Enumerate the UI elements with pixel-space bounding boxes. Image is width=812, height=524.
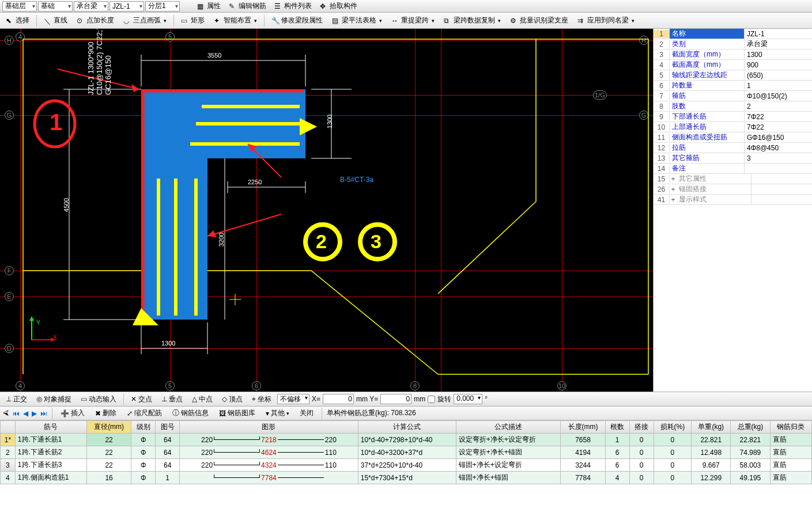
col-head[interactable]: 直径(mm)	[86, 421, 131, 434]
rot-check[interactable]	[428, 396, 435, 403]
prop-row[interactable]: 14备注	[654, 164, 812, 174]
col-head[interactable]: 级别	[131, 421, 156, 434]
rot-dd[interactable]: 0.000	[454, 394, 482, 404]
btn-smart[interactable]: ✦智能布置▾	[210, 15, 260, 26]
col-head[interactable]: 图形	[180, 421, 358, 434]
prop-row[interactable]: 6跨数量1	[654, 81, 812, 91]
col-head[interactable]: 损耗(%)	[654, 421, 692, 434]
table-row[interactable]: 31跨.下通长筋322Φ64220432411037*d+2250+10*d-4…	[1, 459, 812, 472]
table-row[interactable]: 41跨.侧面构造筋116Φ1778415*d+7304+15*d锚固+净长+锚固…	[1, 472, 812, 484]
respan-icon: ↔	[391, 17, 399, 25]
prop-row[interactable]: 11侧面构造或受扭筋GΦ16@150	[654, 132, 812, 143]
delete-icon: ✖	[95, 409, 101, 417]
sb-apex[interactable]: ◇顶点	[218, 393, 246, 405]
insert-icon: ➕	[61, 409, 69, 417]
btn-batch-support[interactable]: ⚙批量识别梁支座	[507, 15, 572, 26]
btn-mod-seg[interactable]: 🔧修改梁段属性	[268, 15, 326, 26]
prop-row[interactable]: 2类别承台梁	[654, 39, 812, 50]
sb-offset[interactable]: 不偏移	[277, 394, 309, 404]
btn-info[interactable]: ⓘ钢筋信息	[169, 408, 212, 419]
rect-icon: ▭	[181, 17, 189, 25]
arc-icon: ◡	[123, 17, 131, 25]
expand-icon[interactable]: ⮘	[2, 409, 9, 417]
prev-icon[interactable]: ◀	[23, 409, 28, 417]
dd-member[interactable]: JZL-1	[109, 1, 144, 12]
rot-label: 旋转	[437, 394, 451, 404]
col-head[interactable]: 图号	[156, 421, 180, 434]
prop-row[interactable]: 41+显示样式	[654, 195, 812, 205]
prop-row[interactable]: 10上部通长筋7Φ22	[654, 122, 812, 132]
col-head[interactable]	[1, 421, 16, 434]
x-input[interactable]	[323, 394, 354, 404]
btn-delete[interactable]: ✖删除	[92, 408, 120, 419]
drawing-canvas[interactable]: H H G G 1/G F E D 4 4 5 5 6 8 10	[0, 29, 653, 392]
btn-respan[interactable]: ↔重提梁跨▾	[388, 15, 438, 26]
col-head[interactable]: 计算公式	[358, 421, 456, 434]
col-head[interactable]: 筋号	[15, 421, 86, 434]
btn-span-copy[interactable]: ⧉梁跨数据复制▾	[440, 15, 504, 26]
ct-label: B-5#CT-3a	[340, 176, 373, 184]
sb-dyn[interactable]: ▭动态输入	[77, 393, 120, 405]
prop-row[interactable]: 26+锚固搭接	[654, 184, 812, 195]
sb-cross[interactable]: ✕交点	[127, 393, 156, 405]
btn-ping-table[interactable]: ▤梁平法表格▾	[328, 15, 386, 26]
play-icon[interactable]: ▶	[32, 409, 37, 417]
prop-row[interactable]: 4截面高度（mm）900	[654, 60, 812, 70]
prop-row[interactable]: 9下部通长筋7Φ22	[654, 112, 812, 122]
btn-other[interactable]: ▾其他▾	[262, 408, 293, 419]
dd-type[interactable]: 承台梁	[74, 1, 108, 12]
tab-member-list[interactable]: ☰构件列表	[271, 1, 315, 12]
btn-insert[interactable]: ➕插入	[57, 408, 88, 419]
tab-props[interactable]: ▦属性	[194, 1, 224, 12]
list-icon: ☰	[274, 2, 282, 10]
col-head[interactable]: 根数	[605, 421, 629, 434]
col-head[interactable]: 搭接	[629, 421, 654, 434]
btn-3pt-arc[interactable]: ◡三点画弧▾	[120, 15, 170, 26]
prop-row[interactable]: 1名称JZL-1	[654, 29, 812, 39]
sb-mid[interactable]: △中点	[188, 393, 216, 405]
btn-select[interactable]: ⬉选择	[2, 15, 33, 26]
col-head[interactable]: 总重(kg)	[731, 421, 770, 434]
prop-row[interactable]: 7箍筋Φ10@150(2)	[654, 91, 812, 101]
btn-close[interactable]: 关闭	[296, 408, 317, 419]
col-head[interactable]: 长度(mm)	[561, 421, 605, 434]
sb-coord[interactable]: ⌖坐标	[248, 393, 275, 405]
prop-row[interactable]: 3截面宽度（mm）1300	[654, 50, 812, 60]
btn-apply-same[interactable]: ⇉应用到同名梁▾	[574, 15, 638, 26]
col-head[interactable]: 单重(kg)	[692, 421, 731, 434]
btn-gallery[interactable]: 🖼钢筋图库	[216, 408, 259, 419]
prop-row[interactable]: 13其它箍筋3	[654, 153, 812, 164]
rebar-nav: ⮘ ⏮ ◀ ▶ ⏭ ➕插入 ✖删除 ⤢缩尺配筋 ⓘ钢筋信息 🖼钢筋图库 ▾其他▾…	[0, 407, 812, 420]
btn-rect[interactable]: ▭矩形	[177, 15, 208, 26]
dd-layer[interactable]: 基础层	[2, 1, 37, 12]
table-row[interactable]: 21跨.下通长筋222Φ64220462411010*d-40+3200+37*…	[1, 446, 812, 459]
table-row[interactable]: 1*1跨.下通长筋122Φ64220721822010*d-40+7298+10…	[1, 434, 812, 446]
col-head[interactable]: 钢筋归类	[770, 421, 812, 434]
prop-row[interactable]: 15+其它属性	[654, 174, 812, 184]
tab-pick[interactable]: ✥拾取构件	[316, 1, 361, 12]
beam-label: JZL-1 1300*900 C10@150(2) 7C22;7C22 GC16…	[86, 29, 112, 95]
sb-perp[interactable]: ⊥垂点	[158, 393, 186, 405]
prop-row[interactable]: 5轴线距梁左边线距(650)	[654, 70, 812, 81]
mm-text: mm	[414, 395, 425, 403]
col-head[interactable]: 公式描述	[456, 421, 561, 434]
anno-3: 3	[371, 230, 382, 253]
table-icon: ▤	[332, 17, 340, 25]
prop-row[interactable]: 8肢数2	[654, 101, 812, 112]
props-icon: ▦	[197, 2, 205, 10]
svg-marker-6	[300, 118, 317, 135]
rebar-grid[interactable]: 筋号直径(mm)级别图号图形计算公式公式描述长度(mm)根数搭接损耗(%)单重(…	[0, 420, 812, 524]
sb-ortho[interactable]: ⊥正交	[2, 393, 31, 405]
dd-sub[interactable]: 分层1	[145, 1, 180, 12]
y-input[interactable]	[380, 394, 411, 404]
last-icon[interactable]: ⏭	[40, 409, 47, 417]
btn-point-len[interactable]: ⊙点加长度	[73, 15, 118, 26]
dd-cat[interactable]: 基础	[38, 1, 73, 12]
prop-row[interactable]: 12拉筋4Φ8@450	[654, 143, 812, 153]
first-icon[interactable]: ⏮	[13, 409, 20, 417]
btn-scale[interactable]: ⤢缩尺配筋	[123, 408, 165, 419]
tab-edit-rebar[interactable]: ✎编辑钢筋	[225, 1, 270, 12]
deg-text: °	[485, 395, 488, 403]
sb-snap[interactable]: ◎对象捕捉	[33, 393, 75, 405]
btn-line[interactable]: ＼直线	[40, 15, 71, 26]
